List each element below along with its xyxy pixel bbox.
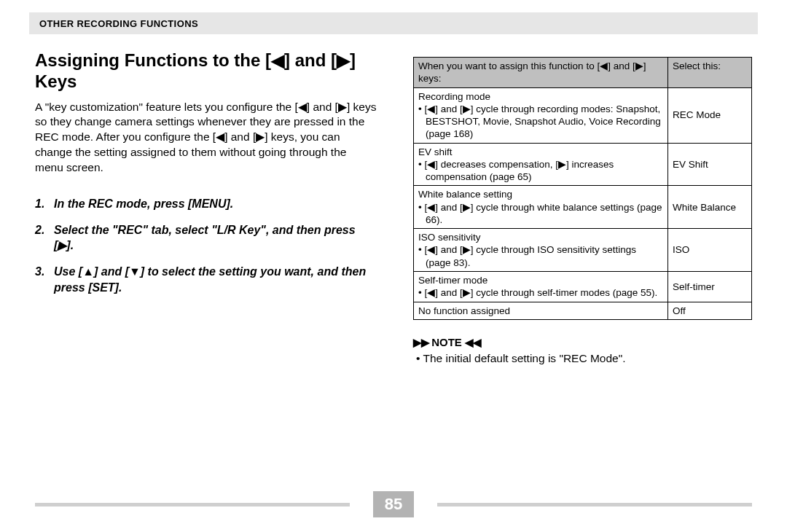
table-row: White balance setting• [◀] and [▶] cycle… — [414, 186, 752, 229]
select-option: White Balance — [668, 186, 752, 229]
section-title: Other Recording Functions — [39, 18, 198, 29]
function-description: Recording mode• [◀] and [▶] cycle throug… — [414, 87, 668, 143]
function-table: When you want to assign this function to… — [413, 57, 752, 320]
step-1: In the REC mode, press [MENU]. — [35, 196, 377, 212]
note-label: NOTE — [431, 336, 462, 348]
function-heading: White balance setting — [418, 188, 663, 200]
table-row: Self-timer mode• [◀] and [▶] cycle throu… — [414, 271, 752, 302]
footer-divider-right — [437, 503, 752, 506]
table-header-right: Select this: — [668, 58, 752, 88]
function-bullet: • [◀] and [▶] cycle through ISO sensitiv… — [418, 243, 663, 269]
function-heading: Recording mode — [418, 90, 663, 103]
function-bullet: • [◀] and [▶] cycle through white balanc… — [418, 201, 663, 227]
function-heading: EV shift — [418, 146, 663, 158]
select-option: REC Mode — [668, 87, 752, 143]
table-row: No function assignedOff — [414, 302, 752, 319]
title-line-2: Keys — [35, 71, 77, 91]
function-description: ISO sensitivity• [◀] and [▶] cycle throu… — [414, 229, 668, 272]
function-description: Self-timer mode• [◀] and [▶] cycle throu… — [414, 271, 668, 302]
note-heading: ▶▶ NOTE ◀◀ — [413, 336, 752, 349]
page-title: Assigning Functions to the [◀] and [▶] K… — [35, 50, 377, 93]
note-deco-left-icon: ▶▶ — [413, 336, 431, 348]
note-text: • The initial default setting is "REC Mo… — [413, 352, 752, 365]
function-description: EV shift• [◀] decreases compensation, [▶… — [414, 143, 668, 186]
step-2: Select the "REC" tab, select "L/R Key", … — [35, 222, 377, 254]
function-heading: ISO sensitivity — [418, 231, 663, 243]
function-description: No function assigned — [414, 302, 668, 319]
function-bullet: • [◀] decreases compensation, [▶] increa… — [418, 158, 663, 184]
left-column: Assigning Functions to the [◀] and [▶] K… — [35, 50, 377, 305]
intro-paragraph: A "key customization" feature lets you c… — [35, 100, 377, 176]
right-column: When you want to assign this function to… — [413, 57, 752, 365]
function-heading: No function assigned — [418, 305, 663, 317]
step-3: Use [▲] and [▼] to select the setting yo… — [35, 264, 377, 295]
page-number-value: 85 — [385, 495, 402, 514]
function-heading: Self-timer mode — [418, 274, 663, 286]
function-bullet: • [◀] and [▶] cycle through recording mo… — [418, 103, 663, 141]
steps-list: In the REC mode, press [MENU]. Select th… — [35, 196, 377, 295]
note-block: ▶▶ NOTE ◀◀ • The initial default setting… — [413, 336, 752, 365]
note-deco-right-icon: ◀◀ — [465, 336, 481, 348]
page-number: 85 — [373, 491, 414, 517]
function-bullet: • [◀] and [▶] cycle through self-timer m… — [418, 286, 663, 299]
table-header-left: When you want to assign this function to… — [414, 58, 668, 88]
table-row: ISO sensitivity• [◀] and [▶] cycle throu… — [414, 229, 752, 272]
table-row: Recording mode• [◀] and [▶] cycle throug… — [414, 87, 752, 143]
footer-divider-left — [35, 503, 350, 506]
select-option: ISO — [668, 229, 752, 272]
table-row: EV shift• [◀] decreases compensation, [▶… — [414, 143, 752, 186]
select-option: EV Shift — [668, 143, 752, 186]
function-description: White balance setting• [◀] and [▶] cycle… — [414, 186, 668, 229]
table-header-row: When you want to assign this function to… — [414, 58, 752, 88]
select-option: Off — [668, 302, 752, 319]
section-header: Other Recording Functions — [29, 12, 758, 34]
select-option: Self-timer — [668, 271, 752, 302]
title-line-1: Assigning Functions to the [◀] and [▶] — [35, 50, 356, 70]
